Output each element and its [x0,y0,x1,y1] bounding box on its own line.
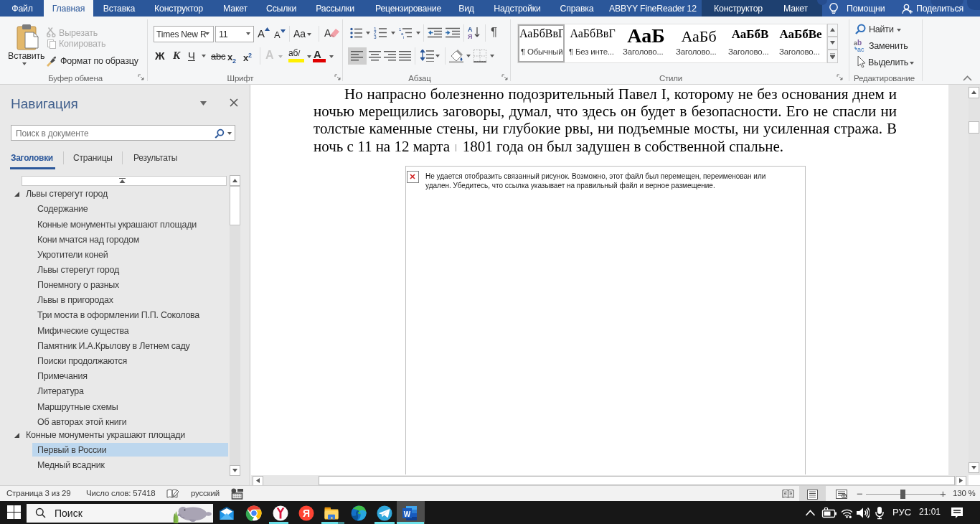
svg-text:3: 3 [374,34,377,39]
svg-text:ac: ac [857,46,864,52]
svg-text:Я: Я [303,507,310,519]
svg-text:А: А [468,26,473,33]
svg-text:W: W [404,510,411,518]
svg-text:Я: Я [468,33,472,39]
svg-text:i: i [403,35,404,39]
